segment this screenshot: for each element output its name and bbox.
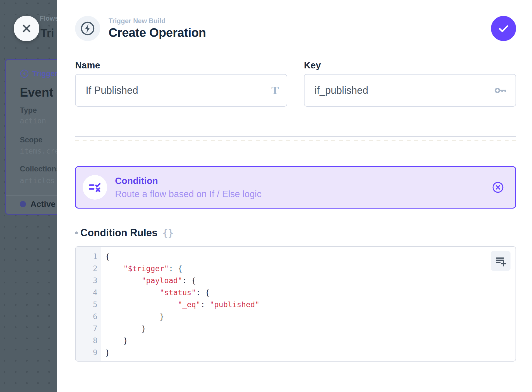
drawer-title: Create Operation	[109, 26, 491, 40]
drawer-close-button[interactable]	[14, 16, 39, 41]
key-label: Key	[304, 61, 516, 70]
scrim-backdrop: Flows Tri Trigger Event H Type action Sc…	[0, 0, 57, 392]
key-field-group: Key if_published	[304, 61, 516, 107]
condition-rules-label: Condition Rules	[80, 227, 157, 239]
scope-value: items.cre	[20, 147, 57, 155]
name-input-value: If Published	[86, 85, 271, 96]
line-number: 8	[76, 334, 97, 346]
collections-value: articles	[20, 176, 55, 185]
create-operation-drawer: Trigger New Build Create Operation Name …	[57, 0, 532, 392]
section-divider	[75, 136, 516, 137]
rule-icon	[88, 180, 102, 195]
condition-subtitle: Route a flow based on If / Else logic	[115, 189, 492, 199]
trigger-badge-label: Trigger	[32, 70, 57, 78]
line-number: 5	[76, 298, 97, 310]
key-icon	[493, 83, 508, 98]
condition-panel[interactable]: Condition Route a flow based on If / Els…	[75, 166, 516, 209]
code-line: "status": {	[105, 286, 516, 298]
code-line: }	[105, 322, 516, 334]
name-label: Name	[75, 61, 287, 70]
playlist-add-icon	[494, 255, 507, 267]
code-line: "payload": {	[105, 274, 516, 286]
condition-title: Condition	[115, 175, 492, 187]
check-icon	[497, 21, 511, 35]
operation-icon-circle	[75, 16, 100, 41]
code-line: "$trigger": {	[105, 262, 516, 274]
type-value: action	[20, 117, 46, 125]
playlist-add-button[interactable]	[491, 251, 511, 271]
condition-rules-header: Condition Rules {}	[75, 227, 516, 239]
line-number: 3	[76, 274, 97, 286]
scope-label: Scope	[20, 136, 42, 144]
condition-icon-circle	[83, 175, 107, 200]
drawer-header: Trigger New Build Create Operation	[75, 16, 516, 41]
condition-texts: Condition Route a flow based on If / Els…	[115, 175, 492, 199]
trigger-badge: Trigger	[20, 69, 57, 78]
operation-form: Name If Published T Key if_published	[75, 61, 516, 107]
close-icon	[20, 22, 33, 35]
code-line: "_eq": "published"	[105, 298, 516, 310]
name-input[interactable]: If Published T	[75, 74, 287, 107]
drawer-titles: Trigger New Build Create Operation	[109, 17, 491, 40]
line-number: 1	[76, 250, 97, 262]
card-divider	[6, 195, 57, 196]
breadcrumb: Flows	[40, 15, 57, 22]
remove-condition-button[interactable]	[492, 181, 504, 193]
status-label: Active	[30, 199, 56, 209]
code-line: }	[105, 334, 516, 346]
status-badge[interactable]: Active	[20, 199, 57, 209]
key-input[interactable]: if_published	[304, 74, 516, 107]
code-line: }	[105, 310, 516, 322]
curly-braces-icon: {}	[162, 228, 174, 238]
key-input-value: if_published	[315, 85, 493, 96]
type-label: Type	[20, 106, 37, 115]
condition-rules-editor[interactable]: 123456789 { "$trigger": { "payload": { "…	[75, 246, 516, 362]
collections-label: Collections	[20, 165, 57, 173]
line-number: 2	[76, 262, 97, 274]
name-field-group: Name If Published T	[75, 61, 287, 107]
page-title: Tri	[40, 27, 54, 39]
trigger-heading: Event H	[20, 85, 57, 99]
line-number: 4	[76, 286, 97, 298]
code-area[interactable]: { "$trigger": { "payload": { "status": {…	[101, 247, 516, 361]
code-line: {	[105, 250, 516, 262]
bolt-circle-icon	[80, 21, 95, 36]
line-number: 9	[76, 346, 97, 358]
confirm-button[interactable]	[491, 16, 516, 41]
edited-dot	[75, 231, 78, 234]
trigger-panel-card: Trigger Event H Type action Scope items.…	[5, 59, 57, 215]
status-dot	[20, 201, 26, 207]
line-number-gutter: 123456789	[76, 247, 101, 361]
line-number: 6	[76, 310, 97, 322]
divider-dashed-pattern	[75, 140, 516, 141]
screen: Flows Tri Trigger Event H Type action Sc…	[0, 0, 532, 392]
code-line: }	[105, 346, 516, 358]
line-number: 7	[76, 322, 97, 334]
bolt-circle-icon	[20, 69, 29, 78]
drawer-subtitle: Trigger New Build	[109, 17, 491, 25]
title-formatter-icon: T	[271, 84, 279, 97]
circle-x-icon	[492, 181, 504, 193]
